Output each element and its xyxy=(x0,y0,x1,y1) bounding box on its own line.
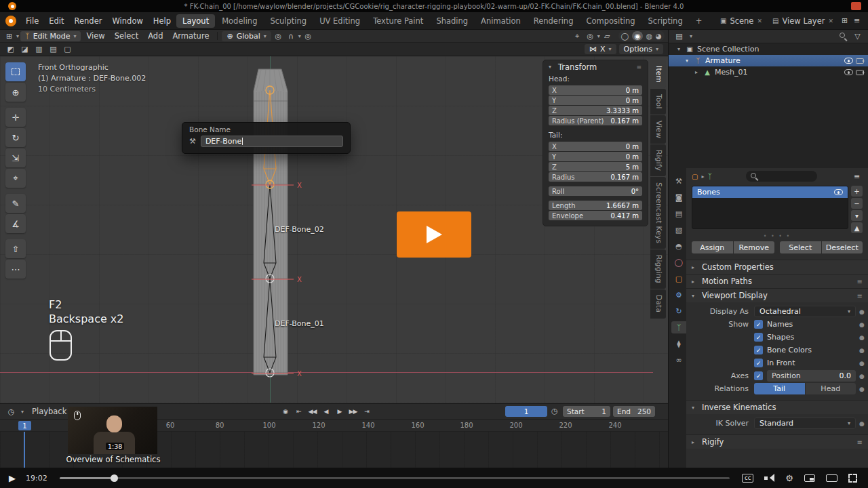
properties-tab-render[interactable]: ◙ xyxy=(671,191,686,203)
view-layer-add-icon[interactable]: ⊞ xyxy=(839,16,850,25)
shading-material-icon[interactable]: ◍ xyxy=(646,31,652,41)
add-collection-button[interactable]: + xyxy=(851,186,863,197)
picture-in-picture-icon[interactable] xyxy=(804,474,815,482)
head-z-field[interactable]: Z3.3333 m xyxy=(549,106,642,115)
workspace-tab-compositing[interactable]: Compositing xyxy=(580,14,641,28)
rigify-panel-header[interactable]: ▸ Rigify ≡ xyxy=(686,434,868,449)
use-preview-range-clock-icon[interactable]: ◷ xyxy=(551,407,558,415)
bone-collections-list[interactable]: Bones xyxy=(692,186,848,229)
sidebar-tab-rigify[interactable]: Rigify xyxy=(650,144,666,176)
custom-properties-panel-header[interactable]: ▸ Custom Properties xyxy=(686,260,868,274)
animate-decorator-dot[interactable]: ● xyxy=(856,347,868,354)
remove-button[interactable]: Remove xyxy=(734,241,775,253)
menu-file[interactable]: File xyxy=(21,15,43,27)
transform-panel-header[interactable]: ▾ Transform ≡ xyxy=(543,60,648,73)
sidebar-tab-view[interactable]: View xyxy=(650,115,666,144)
length-field[interactable]: Length1.6667 m xyxy=(549,201,642,210)
properties-tab-bone-constraints[interactable]: ∞ xyxy=(671,354,686,366)
video-progress-bar[interactable] xyxy=(60,477,730,479)
workspace-tab-sculpting[interactable]: Sculpting xyxy=(264,14,313,28)
current-frame-playhead-line[interactable] xyxy=(24,432,25,468)
current-frame-field[interactable]: 1 xyxy=(505,406,547,417)
menu-help[interactable]: Help xyxy=(149,15,176,27)
menubar-extras-icon[interactable]: ≡ xyxy=(851,16,863,25)
captions-button[interactable]: cc xyxy=(742,474,753,483)
editor-type-icon[interactable]: ⊞ xyxy=(3,32,15,41)
video-play-overlay-button[interactable] xyxy=(397,211,471,258)
animate-decorator-dot[interactable]: ● xyxy=(856,321,868,328)
expand-arrow-icon[interactable]: ▾ xyxy=(684,58,690,64)
motion-paths-panel-header[interactable]: ▸ Motion Paths ≡ xyxy=(686,274,868,288)
animate-decorator-dot[interactable]: ● xyxy=(856,360,868,367)
expand-arrow-icon[interactable]: ▾ xyxy=(675,46,682,52)
play-reverse-button[interactable]: ◀ xyxy=(320,406,332,417)
workspace-tab-layout[interactable]: Layout xyxy=(176,14,215,28)
properties-pin-icon[interactable]: ≡ xyxy=(851,172,863,181)
properties-search-field[interactable] xyxy=(746,171,817,182)
hide-in-viewport-eye-icon[interactable] xyxy=(844,69,853,75)
sidebar-tab-screencast-keys[interactable]: Screencast Keys xyxy=(650,177,666,249)
relations-tail-button[interactable]: Tail xyxy=(754,383,805,394)
expand-arrow-icon[interactable]: ▸ xyxy=(693,69,700,75)
tool-cursor[interactable]: ⊕ xyxy=(5,83,26,102)
bone-collection-item-bones[interactable]: Bones xyxy=(692,186,848,198)
ik-solver-dropdown[interactable]: Standard ▾ xyxy=(754,418,856,429)
sidebar-tab-data[interactable]: Data xyxy=(650,289,666,318)
tail-y-field[interactable]: Y0 m xyxy=(549,152,642,161)
animate-decorator-dot[interactable]: ● xyxy=(856,308,868,315)
play-button[interactable]: ▶ xyxy=(334,406,345,417)
3d-viewport[interactable]: X X X Front Orthographic (1) Armature : … xyxy=(0,56,668,403)
tool-settings-icon-4[interactable]: ▤ xyxy=(47,45,59,54)
inverse-kinematics-panel-header[interactable]: ▾ Inverse Kinematics xyxy=(686,400,868,414)
playback-menu[interactable]: Playback xyxy=(28,407,71,416)
menu-render[interactable]: Render xyxy=(70,15,107,27)
head-radius-field[interactable]: Radius (Parent)0.167 m xyxy=(549,116,642,125)
proportional-editing-icon[interactable]: ◎ xyxy=(302,32,314,41)
frame-end-field[interactable]: End 250 xyxy=(613,406,655,417)
menu-armature[interactable]: Armature xyxy=(168,31,213,41)
viewport-display-panel-header[interactable]: ▾ Viewport Display ≡ xyxy=(686,288,868,302)
remove-collection-button[interactable]: − xyxy=(851,198,863,209)
shapes-checkbox[interactable]: ✓ xyxy=(754,333,763,342)
options-dropdown[interactable]: Options ▾ xyxy=(619,44,663,54)
workspace-tab-uv-editing[interactable]: UV Editing xyxy=(313,14,366,28)
workspace-tab-animation[interactable]: Animation xyxy=(475,14,527,28)
workspace-tab-modeling[interactable]: Modeling xyxy=(216,14,263,28)
move-up-button[interactable]: ▲ xyxy=(851,222,863,233)
properties-tab-modifiers[interactable]: ⚙ xyxy=(671,289,686,301)
axes-checkbox[interactable]: ✓ xyxy=(754,371,763,380)
tail-z-field[interactable]: Z5 m xyxy=(549,162,642,171)
settings-gear-icon[interactable]: ⚙ xyxy=(785,474,793,483)
properties-tab-armature-data[interactable]: ᛉ xyxy=(671,321,686,333)
menu-view[interactable]: View xyxy=(82,31,108,41)
tool-measure[interactable]: ∡ xyxy=(5,214,26,233)
theater-mode-icon[interactable] xyxy=(826,474,837,482)
collection-specials-button[interactable]: ▾ xyxy=(851,210,863,221)
menu-add[interactable]: Add xyxy=(144,31,167,41)
sidebar-tab-tool[interactable]: Tool xyxy=(650,89,666,115)
properties-tab-scene[interactable]: ◓ xyxy=(671,240,686,252)
sidebar-tab-item[interactable]: Item xyxy=(650,60,666,88)
tool-settings-icon-1[interactable]: ◩ xyxy=(5,45,16,54)
properties-tab-world[interactable]: ◯ xyxy=(671,256,686,268)
overlays-chevron-icon[interactable]: ▾ xyxy=(597,33,600,39)
tool-more[interactable]: ⋯ xyxy=(5,260,26,279)
menu-window[interactable]: Window xyxy=(107,15,147,27)
view-layer-unlink-icon[interactable]: ✕ xyxy=(828,18,833,24)
axes-position-field[interactable]: Position 0.0 xyxy=(767,370,856,382)
workspace-tab-scripting[interactable]: Scripting xyxy=(642,14,689,28)
snap-magnet-icon[interactable]: ∩ xyxy=(285,32,297,41)
tool-rotate[interactable]: ↻ xyxy=(5,128,26,147)
tool-select-box[interactable] xyxy=(5,62,26,81)
view-layer-selector[interactable]: ▤ View Layer ✕ xyxy=(768,16,838,26)
outliner-row-scene-collection[interactable]: ▾ ▣ Scene Collection xyxy=(669,43,868,55)
scene-selector[interactable]: ▣ Scene ✕ xyxy=(715,16,767,26)
tool-transform[interactable]: ⌖ xyxy=(5,169,26,188)
mode-selector[interactable]: ᛉ Edit Mode ▾ xyxy=(20,31,81,41)
menu-edit[interactable]: Edit xyxy=(44,15,68,27)
outliner-row-mesh-01[interactable]: ▸ ▲ Mesh_01 xyxy=(669,66,868,78)
current-frame-indicator[interactable]: 1 xyxy=(18,421,31,430)
roll-field[interactable]: Roll0° xyxy=(549,186,642,196)
gizmo-toggle-icon[interactable]: ⌖ xyxy=(572,32,583,41)
animate-decorator-dot[interactable]: ● xyxy=(856,420,868,427)
